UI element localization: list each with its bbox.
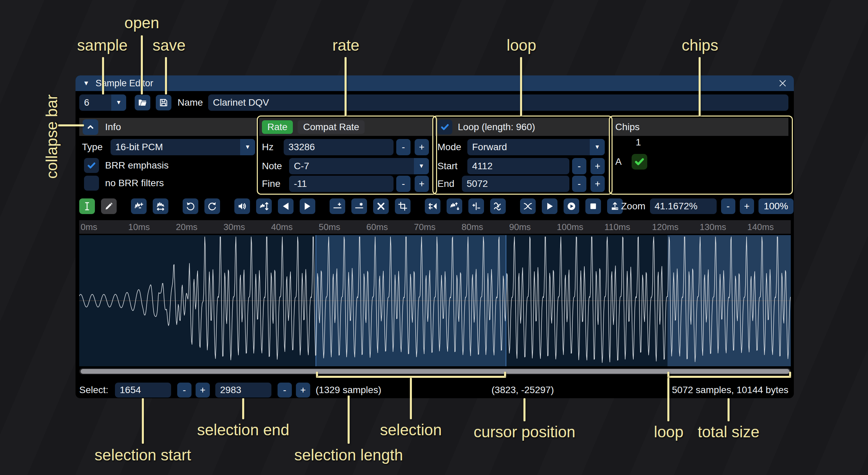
chevron-down-icon[interactable]: ▼: [240, 139, 255, 155]
chevron-up-icon: [86, 122, 95, 132]
status-bar: Select: 1654 - + 2983 - + (1329 samples)…: [76, 380, 794, 398]
ruler-tick: 90ms: [509, 222, 531, 232]
annotation-cursor-position: cursor position: [473, 423, 575, 441]
chips-callout-box: [609, 116, 793, 195]
time-ruler[interactable]: 0ms10ms20ms30ms40ms50ms60ms70ms80ms90ms1…: [79, 220, 791, 234]
waveform-scrollbar[interactable]: [79, 368, 791, 374]
selection-end-field[interactable]: 2983: [215, 383, 271, 398]
amplify-icon: [237, 201, 247, 211]
invert-button[interactable]: [447, 198, 462, 214]
ruler-tick: 120ms: [652, 222, 679, 232]
no-brr-filters-checkbox[interactable]: [84, 176, 99, 191]
type-dropdown[interactable]: 16-bit PCM ▼: [111, 139, 255, 155]
zoom-field[interactable]: 41.1672%: [650, 198, 717, 214]
ruler-tick: 140ms: [747, 222, 774, 232]
info-panel: Info Type 16-bit PCM ▼ BRR emphasis no B…: [79, 118, 258, 191]
ruler-tick: 40ms: [271, 222, 293, 232]
close-icon: [778, 78, 788, 88]
annotation-line-sample: [102, 57, 104, 94]
annotation-line-cursor-position: [523, 398, 525, 421]
total-size-text: 5072 samples, 10144 bytes: [672, 383, 788, 398]
selection-end-minus-button[interactable]: -: [278, 383, 292, 398]
normalize-button[interactable]: [256, 198, 272, 214]
import-button[interactable]: [607, 198, 623, 214]
close-button[interactable]: [777, 77, 788, 89]
annotation-line-open: [141, 35, 143, 94]
title-bar[interactable]: ▼ Sample Editor: [76, 75, 794, 91]
sample-selector[interactable]: 6 ▼: [79, 94, 126, 111]
trim-icon: [398, 201, 407, 211]
annotation-line-loop-bottom: [667, 378, 669, 421]
waveform-view[interactable]: [79, 235, 791, 366]
toolbar-group: [330, 198, 411, 214]
amplify-button[interactable]: [234, 198, 250, 214]
insert-silence-button[interactable]: [330, 198, 345, 214]
loop-bracket-right-tick: [789, 372, 791, 376]
info-collapse-button[interactable]: [83, 119, 98, 135]
fade-out-icon: [303, 201, 312, 211]
apply-silence-button[interactable]: [351, 198, 367, 214]
ruler-tick: 0ms: [81, 222, 97, 232]
play-selection-icon: [567, 201, 576, 211]
annotation-line-selection-length: [348, 395, 350, 444]
redo-icon: [207, 201, 217, 211]
open-button[interactable]: [135, 95, 150, 110]
crossfade-button[interactable]: [520, 198, 536, 214]
window-collapse-icon[interactable]: ▼: [83, 80, 89, 87]
ruler-tick: 70ms: [414, 222, 436, 232]
ruler-tick: 30ms: [223, 222, 245, 232]
draw-tool-icon: [104, 201, 114, 211]
brr-emphasis-checkbox[interactable]: [84, 158, 99, 173]
undo-button[interactable]: [183, 198, 198, 214]
reverse-button[interactable]: [425, 198, 440, 214]
fade-out-button[interactable]: [300, 198, 315, 214]
trim-button[interactable]: [395, 198, 411, 214]
filter-button[interactable]: [490, 198, 506, 214]
chevron-down-icon[interactable]: ▼: [111, 94, 126, 111]
screenshot-root: sample open save rate loop chips collaps…: [0, 0, 868, 475]
toolbar-group: [520, 198, 623, 214]
selection-bracket-right-tick: [504, 372, 506, 376]
resize-button[interactable]: [131, 198, 147, 214]
delete-button[interactable]: [373, 198, 389, 214]
ruler-tick: 20ms: [176, 222, 198, 232]
resample-button[interactable]: [153, 198, 168, 214]
annotation-loop-bottom: loop: [654, 423, 684, 441]
no-brr-filters-label: no BRR filters: [105, 175, 164, 191]
selection-start-field[interactable]: 1654: [115, 383, 171, 398]
zoom-reset-button[interactable]: 100%: [758, 198, 794, 214]
annotation-chips: chips: [682, 36, 718, 54]
ruler-tick: 10ms: [128, 222, 150, 232]
toolbar-group: [234, 198, 315, 214]
zoom-plus-button[interactable]: +: [740, 198, 754, 214]
selection-end-plus-button[interactable]: +: [296, 383, 310, 398]
scrollbar-thumb[interactable]: [81, 369, 789, 374]
fade-in-button[interactable]: [278, 198, 294, 214]
invert-icon: [450, 201, 459, 211]
save-button[interactable]: [156, 95, 171, 110]
annotation-selection-end: selection end: [197, 421, 289, 439]
ruler-tick: 60ms: [366, 222, 388, 232]
toolbar: [79, 198, 631, 214]
zoom-minus-button[interactable]: -: [721, 198, 735, 214]
filter-icon: [493, 201, 503, 211]
select-tool-button[interactable]: [79, 198, 95, 214]
toolbar-group: [131, 198, 168, 214]
preview-button[interactable]: [542, 198, 557, 214]
waveform-canvas: [79, 235, 791, 366]
info-header: Info: [79, 118, 258, 136]
selection-start-minus-button[interactable]: -: [177, 383, 191, 398]
draw-tool-button[interactable]: [101, 198, 117, 214]
name-field[interactable]: Clarinet DQV: [208, 94, 788, 111]
annotation-line-collapse-bar: [58, 124, 84, 126]
annotation-line-rate: [345, 57, 347, 116]
annotation-line-loop: [520, 57, 522, 116]
redo-button[interactable]: [204, 198, 220, 214]
sign-convert-button[interactable]: [468, 198, 484, 214]
toolbar-group: [425, 198, 506, 214]
loop-bracket: [667, 376, 791, 378]
play-selection-button[interactable]: [564, 198, 579, 214]
annotation-total-size: total size: [698, 423, 760, 441]
selection-start-plus-button[interactable]: +: [196, 383, 210, 398]
stop-button[interactable]: [585, 198, 601, 214]
